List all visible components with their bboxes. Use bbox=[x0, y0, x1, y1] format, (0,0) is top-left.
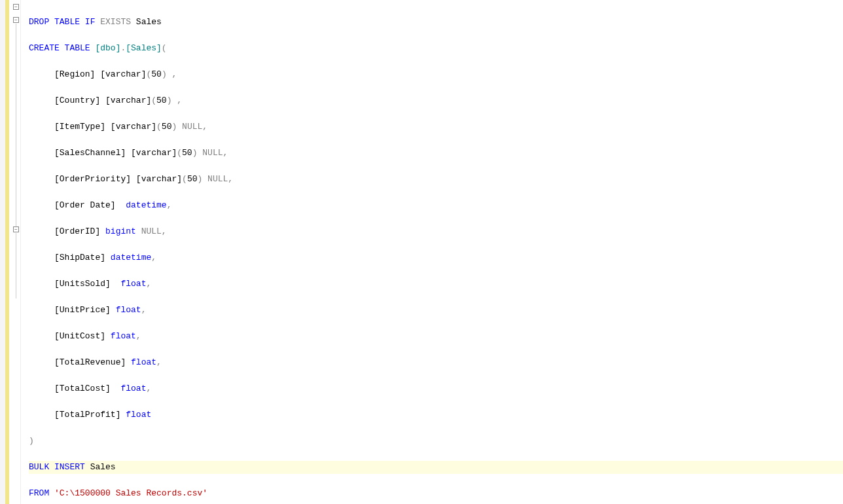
sql-editor-pane[interactable]: − − − DROP TABLE IF EXISTS Sales CREATE … bbox=[0, 0, 843, 504]
code-content[interactable]: DROP TABLE IF EXISTS Sales CREATE TABLE … bbox=[0, 0, 843, 504]
